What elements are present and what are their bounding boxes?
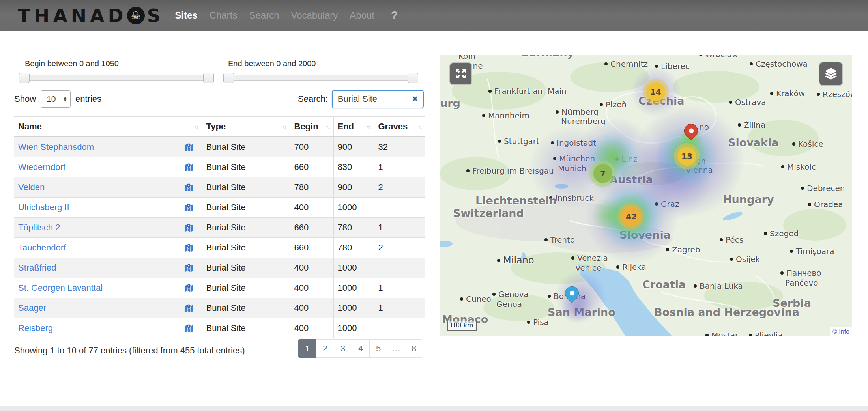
select-arrows-icon: ▲▼ — [63, 96, 67, 102]
site-link[interactable]: Tauchendorf — [18, 243, 66, 253]
name-cell: Velden — [14, 177, 202, 198]
end-cell: 1000 — [333, 198, 374, 218]
column-header-begin[interactable]: Begin↑↓ — [290, 117, 333, 137]
map-marker-icon[interactable] — [184, 284, 198, 293]
layers-control[interactable] — [819, 62, 843, 86]
type-cell: Burial Site — [202, 198, 290, 218]
name-cell: Reisberg — [14, 318, 202, 338]
end-slider-handle-min[interactable] — [223, 73, 234, 83]
map-marker-icon[interactable] — [184, 143, 198, 152]
table-row: St. Georgen LavanttalBurial Site40010001 — [14, 278, 425, 298]
graves-cell: 2 — [374, 177, 425, 198]
sort-icon[interactable]: ↑↓ — [415, 123, 421, 130]
map-marker-icon[interactable] — [184, 203, 198, 212]
end-slider-label: End between 0 and 2000 — [228, 59, 316, 68]
fullscreen-control[interactable] — [449, 62, 472, 85]
map-marker-icon[interactable] — [184, 223, 198, 232]
page-button-1[interactable]: 1 — [298, 339, 316, 358]
nav-item-about[interactable]: About — [350, 10, 374, 21]
site-link[interactable]: Saager — [18, 303, 46, 313]
page-button-8[interactable]: 8 — [405, 339, 423, 358]
column-header-end[interactable]: End↑↓ — [333, 117, 374, 137]
cluster-marker-42[interactable]: 42 — [622, 207, 641, 226]
map-marker-icon[interactable] — [184, 263, 198, 273]
begin-cell: 400 — [290, 298, 333, 318]
site-link[interactable]: Wiederndorf — [18, 162, 65, 172]
column-header-name[interactable]: Name↑↓ — [14, 117, 202, 137]
end-slider[interactable] — [224, 75, 418, 81]
page-ellipsis: … — [387, 339, 405, 358]
type-cell: Burial Site — [202, 298, 290, 318]
map-marker-icon[interactable] — [184, 163, 198, 172]
end-cell: 1000 — [333, 318, 374, 338]
column-header-graves[interactable]: Graves↑↓ — [374, 117, 425, 137]
map-marker-icon[interactable] — [184, 324, 198, 333]
help-icon[interactable]: ? — [391, 9, 398, 22]
site-link[interactable]: Velden — [18, 182, 45, 192]
sort-icon[interactable]: ↑↓ — [363, 123, 370, 130]
end-cell: 830 — [333, 157, 374, 177]
table-summary: Showing 1 to 10 of 77 entries (filtered … — [14, 346, 245, 356]
begin-slider-handle-max[interactable] — [203, 73, 214, 83]
page-button-2[interactable]: 2 — [316, 339, 334, 358]
nav-item-sites[interactable]: Sites — [175, 10, 197, 21]
topbar: THANAD☠S SitesChartsSearchVocabularyAbou… — [0, 0, 868, 31]
red-pin-marker[interactable] — [681, 121, 701, 140]
logo-text-left: THANAD — [18, 5, 127, 26]
site-link[interactable]: Ulrichsberg II — [18, 202, 69, 213]
search-input[interactable]: Burial Site × — [332, 90, 424, 108]
name-cell: Töplitsch 2 — [14, 218, 202, 238]
cluster-marker-7[interactable]: 7 — [593, 164, 612, 183]
end-cell: 780 — [333, 218, 374, 238]
search-value: Burial Site — [338, 94, 377, 104]
brand-logo[interactable]: THANAD☠S — [18, 5, 164, 26]
end-cell: 780 — [333, 238, 374, 258]
sort-icon[interactable]: ↑↓ — [191, 123, 198, 130]
end-cell: 1000 — [333, 258, 374, 278]
site-link[interactable]: St. Georgen Lavanttal — [18, 283, 103, 293]
entries-length-value: 10 — [47, 94, 56, 104]
layers-icon — [824, 67, 838, 81]
cluster-marker-14[interactable]: 14 — [646, 82, 665, 101]
begin-cell: 400 — [290, 318, 333, 338]
site-link[interactable]: Töplitsch 2 — [18, 222, 60, 233]
site-link[interactable]: Wien Stephansdom — [18, 142, 94, 152]
map-marker-icon[interactable] — [184, 183, 198, 192]
begin-slider[interactable] — [19, 75, 213, 81]
name-cell: Wiederndorf — [14, 157, 202, 177]
page-button-4[interactable]: 4 — [352, 339, 370, 358]
expand-icon — [455, 67, 467, 80]
site-link[interactable]: Reisberg — [18, 323, 53, 333]
nav-item-search[interactable]: Search — [249, 10, 279, 21]
map-points-layer: 1413742 — [440, 55, 852, 336]
entries-length-select[interactable]: 10 ▲▼ — [41, 90, 71, 108]
graves-cell — [374, 198, 425, 218]
map-marker-icon[interactable] — [184, 304, 198, 313]
nav-item-vocabulary[interactable]: Vocabulary — [291, 10, 338, 21]
begin-cell: 700 — [290, 137, 333, 157]
column-header-type[interactable]: Type↑↓ — [202, 117, 290, 137]
blue-pin-marker[interactable] — [562, 284, 582, 303]
search-label: Search: — [298, 94, 328, 104]
page: THANAD☠S SitesChartsSearchVocabularyAbou… — [0, 0, 868, 411]
clear-search-icon[interactable]: × — [412, 95, 418, 103]
page-button-5[interactable]: 5 — [369, 339, 387, 358]
site-link[interactable]: Straßfried — [18, 263, 56, 273]
begin-cell: 660 — [290, 218, 333, 238]
page-button-3[interactable]: 3 — [334, 339, 352, 358]
map-marker-icon[interactable] — [184, 243, 198, 252]
nav-item-charts[interactable]: Charts — [210, 10, 238, 21]
end-slider-handle-max[interactable] — [408, 73, 418, 83]
pagination: 12345…8 — [298, 339, 423, 358]
sort-icon[interactable]: ↑↓ — [323, 123, 329, 130]
graves-cell: 1 — [374, 218, 425, 238]
table-row: ReisbergBurial Site4001000 — [14, 318, 425, 338]
begin-slider-handle-min[interactable] — [19, 73, 30, 83]
map-attribution[interactable]: © Info — [830, 327, 852, 336]
cluster-marker-13[interactable]: 13 — [677, 147, 696, 166]
end-cell: 1000 — [333, 298, 374, 318]
type-cell: Burial Site — [202, 137, 290, 157]
sort-icon[interactable]: ↑↓ — [279, 123, 286, 130]
map[interactable]: KölnlogneGermanyWrocławChemnitzLiberecCz… — [440, 55, 852, 336]
begin-cell: 660 — [290, 238, 333, 258]
